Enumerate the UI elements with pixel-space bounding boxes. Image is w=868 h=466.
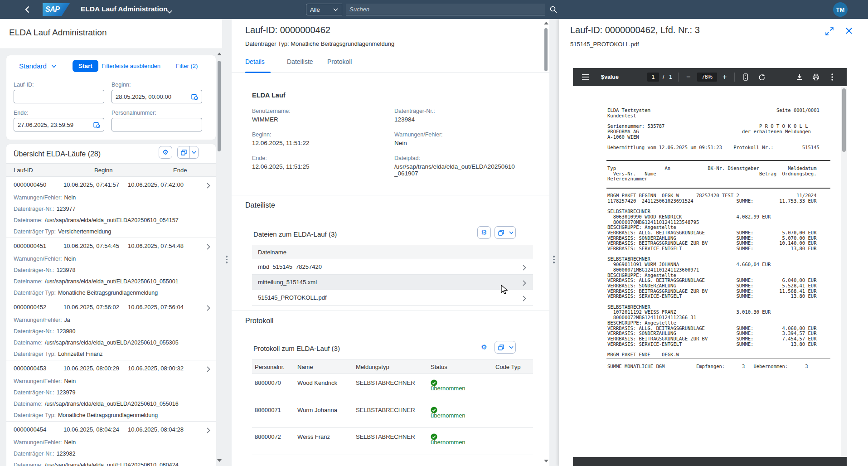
- chevron-right-icon[interactable]: [207, 243, 210, 252]
- more-options-icon[interactable]: [831, 68, 833, 86]
- files-card-title: Dateien zum ELDA-Lauf (3): [253, 230, 337, 238]
- chevron-right-icon[interactable]: [207, 182, 210, 190]
- warn-value: Nein: [394, 140, 407, 146]
- tab-details[interactable]: Details: [245, 58, 265, 65]
- chevron-right-icon[interactable]: [523, 280, 526, 288]
- protokoll-settings-button[interactable]: ⚙: [477, 341, 491, 354]
- file-value: /usr/sap/trans/elda/elda_out/ELDA2025061…: [45, 217, 179, 223]
- scroll-up-icon[interactable]: [544, 22, 548, 24]
- filters-link[interactable]: Filter (2): [176, 63, 198, 69]
- search-scope-select[interactable]: Alle: [306, 4, 342, 15]
- file-label: Dateiname:: [14, 217, 43, 223]
- scrollbar-thumb[interactable]: [218, 61, 221, 151]
- ende-datetime-input[interactable]: 27.06.2025, 23:59:59: [14, 118, 104, 131]
- file-row[interactable]: mbd_515145_78257420: [252, 259, 533, 275]
- pdf-page-input[interactable]: 1: [647, 68, 659, 86]
- ende-value: 27.06.2025, 23:59:59: [18, 121, 73, 128]
- name-value: Wood Kendrick: [297, 379, 337, 386]
- copy-icon[interactable]: [495, 227, 507, 238]
- tab-dateiliste[interactable]: Dateiliste: [287, 58, 313, 65]
- zoom-in-icon[interactable]: +: [723, 68, 727, 86]
- run-id: 0000000451: [14, 243, 46, 249]
- scrollbar-thumb[interactable]: [842, 88, 846, 152]
- download-icon[interactable]: [796, 68, 803, 86]
- print-icon[interactable]: [812, 68, 820, 86]
- dnr-value: 123977: [57, 206, 76, 212]
- dnr-value: 123984: [394, 116, 415, 123]
- back-icon[interactable]: [24, 5, 32, 14]
- beginn-datetime-input[interactable]: 28.05.2025, 00:00:00: [112, 90, 202, 103]
- pdf-scrollbar[interactable]: [841, 86, 847, 457]
- copy-icon[interactable]: [495, 341, 507, 353]
- chevron-down-icon[interactable]: [190, 146, 198, 158]
- splitter-left[interactable]: [222, 19, 232, 466]
- view-selector[interactable]: Standard: [19, 62, 57, 70]
- datetime-picker-icon[interactable]: [93, 121, 100, 128]
- personalnummer-input[interactable]: [112, 118, 202, 131]
- scroll-down-icon[interactable]: [544, 460, 548, 462]
- typ-label: Datenträger Typ:: [14, 290, 56, 296]
- protokoll-row[interactable]: 80000071 Wurm Johanna SELBSTABRECHNER üb…: [252, 401, 533, 428]
- fullscreen-icon[interactable]: [825, 27, 834, 35]
- gear-icon: ⚙: [481, 343, 487, 351]
- zoom-out-icon[interactable]: −: [686, 68, 690, 86]
- search-icon[interactable]: [549, 5, 558, 14]
- middle-scrollbar[interactable]: [543, 19, 548, 466]
- file-name: 515145_PROTOKOLL.pdf: [258, 294, 327, 301]
- sap-logo[interactable]: SAP: [43, 3, 70, 16]
- protokoll-row[interactable]: 80000070 Wood Kendrick SELBSTABRECHNER ü…: [252, 374, 533, 401]
- left-scrollbar[interactable]: [217, 49, 221, 466]
- warn-label: Warnungen/Fehler:: [14, 194, 62, 201]
- rotate-icon[interactable]: [758, 68, 766, 86]
- table-settings-button[interactable]: ⚙: [159, 146, 172, 159]
- chevron-right-icon[interactable]: [523, 295, 526, 303]
- file-name: mbd_515145_78257420: [258, 263, 322, 270]
- ende-label: Ende:: [14, 110, 29, 116]
- scroll-down-icon[interactable]: [217, 459, 222, 462]
- search-input[interactable]: [346, 4, 545, 15]
- files-export-split-button[interactable]: [495, 226, 516, 239]
- chevron-right-icon[interactable]: [207, 305, 210, 313]
- scroll-up-icon[interactable]: [217, 53, 222, 55]
- user-avatar[interactable]: TM: [833, 2, 848, 17]
- table-row[interactable]: 0000000454 10.06.2025, 08:04:24 10.06.20…: [6, 422, 216, 466]
- splitter-grip-icon[interactable]: [226, 256, 228, 263]
- close-icon[interactable]: [845, 27, 853, 35]
- laufid-input[interactable]: [14, 90, 104, 103]
- table-row[interactable]: 0000000452 10.06.2025, 07:56:02 10.06.20…: [6, 299, 216, 360]
- file-row[interactable]: 515145_PROTOKOLL.pdf: [252, 290, 533, 306]
- file-row[interactable]: mitteilung_515145.xml: [252, 275, 533, 290]
- table-row[interactable]: 0000000450 10.06.2025, 07:41:57 10.06.20…: [6, 177, 216, 238]
- files-settings-button[interactable]: ⚙: [477, 226, 491, 239]
- run-ende: 10.06.2025, 07:56:04: [128, 304, 184, 311]
- tab-protokoll[interactable]: Protokoll: [327, 58, 352, 65]
- chevron-right-icon[interactable]: [207, 427, 210, 435]
- hide-filterbar-link[interactable]: Filterleiste ausblenden: [102, 63, 160, 69]
- app-title-menu[interactable]: ELDA Lauf Administration: [81, 5, 168, 13]
- start-button[interactable]: Start: [73, 60, 98, 72]
- run-beginn: 10.06.2025, 07:41:57: [63, 181, 119, 188]
- chevron-down-icon[interactable]: [507, 227, 515, 238]
- export-split-button[interactable]: [177, 146, 199, 159]
- status-badge: übernommen: [431, 379, 437, 386]
- pdf-menu-icon[interactable]: [582, 68, 589, 86]
- splitter-right[interactable]: [549, 19, 559, 466]
- datetime-picker-icon[interactable]: [191, 93, 198, 100]
- typ-label: Datenträger Typ:: [14, 351, 56, 357]
- chevron-right-icon[interactable]: [523, 264, 526, 272]
- protokoll-row[interactable]: 80000072 Weiss Franz SELBSTABRECHNER übe…: [252, 428, 533, 455]
- chevron-right-icon[interactable]: [207, 366, 210, 374]
- chevron-down-icon: [51, 64, 57, 68]
- file-name: mitteilung_515145.xml: [258, 279, 317, 286]
- chevron-down-icon[interactable]: [507, 341, 515, 353]
- splitter-grip-icon[interactable]: [553, 256, 555, 263]
- pdf-rule: [606, 188, 830, 189]
- table-row[interactable]: 0000000451 10.06.2025, 07:54:45 10.06.20…: [6, 238, 216, 299]
- protokoll-export-split-button[interactable]: [495, 341, 516, 354]
- scrollbar-thumb[interactable]: [544, 28, 548, 71]
- pdf-zoom-level[interactable]: 76%: [697, 68, 717, 86]
- table-row[interactable]: 0000000453 10.06.2025, 08:00:29 10.06.20…: [6, 360, 216, 422]
- fit-to-page-icon[interactable]: [742, 68, 749, 86]
- copy-icon[interactable]: [178, 146, 190, 158]
- chevron-down-icon[interactable]: [167, 7, 172, 11]
